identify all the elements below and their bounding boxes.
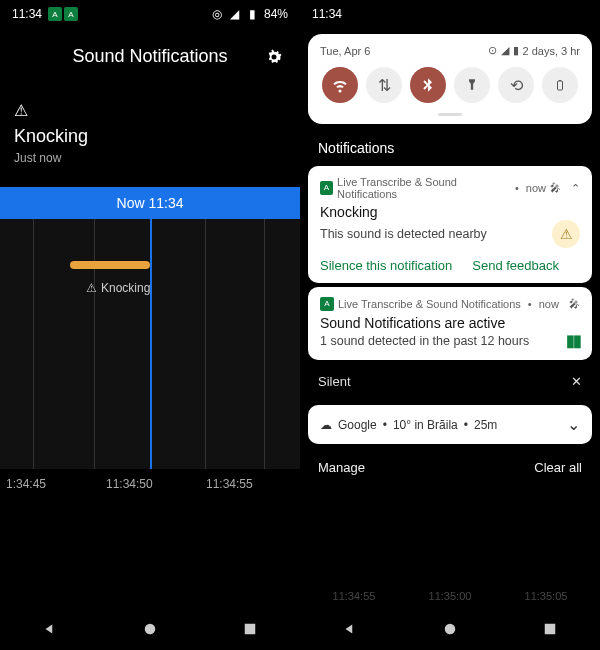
- qs-drag-handle[interactable]: [438, 113, 462, 116]
- weather-temp: 10° in Brăila: [393, 418, 458, 432]
- app-indicator-icon: A: [48, 7, 62, 21]
- notification-time: now: [526, 182, 546, 194]
- feedback-action[interactable]: Send feedback: [472, 258, 559, 273]
- qs-date: Tue, Apr 6: [320, 45, 370, 57]
- pause-button[interactable]: ▮▮: [566, 331, 580, 350]
- nav-bar: [300, 608, 600, 650]
- back-button[interactable]: [341, 620, 359, 638]
- back-button[interactable]: [41, 620, 59, 638]
- status-time: 11:34: [312, 7, 342, 21]
- app-header: Sound Notifications: [0, 28, 300, 85]
- cloud-icon: ☁: [320, 418, 332, 432]
- qs-tile-data[interactable]: ⇅: [366, 67, 402, 103]
- notification-card[interactable]: A Live Transcribe & Sound Notifications …: [308, 287, 592, 360]
- notification-app-name: Live Transcribe & Sound Notifications: [338, 298, 521, 310]
- event-title: Knocking: [14, 126, 286, 147]
- latest-event: ⚠ Knocking Just now: [0, 85, 300, 175]
- qs-tile-wifi[interactable]: [322, 67, 358, 103]
- event-subtitle: Just now: [14, 151, 286, 165]
- status-bar: 11:34: [300, 0, 600, 28]
- timeline[interactable]: ⚠ Knocking: [0, 219, 300, 469]
- settings-button[interactable]: [264, 47, 284, 67]
- silent-label: Silent: [318, 374, 351, 389]
- warning-icon: ⚠: [552, 220, 580, 248]
- notification-card[interactable]: A Live Transcribe & Sound Notifications …: [308, 166, 592, 283]
- shade-footer: Manage Clear all: [300, 450, 600, 485]
- weather-card[interactable]: ☁ Google • 10° in Brăila • 25m ⌄: [308, 405, 592, 444]
- notification-body: This sound is detected nearby ⚠: [320, 220, 580, 248]
- app-icon: A: [320, 297, 334, 311]
- quick-settings-panel[interactable]: Tue, Apr 6 ⊙ ◢ ▮ 2 days, 3 hr ⇅ ⟲: [308, 34, 592, 124]
- now-indicator[interactable]: Now 11:34: [0, 187, 300, 219]
- timeline-event-label: ⚠ Knocking: [86, 281, 150, 295]
- time-axis: 1:34:45 11:34:50 11:34:55: [0, 469, 300, 499]
- notification-title: Sound Notifications are active: [320, 315, 580, 331]
- qs-tile-bluetooth[interactable]: [410, 67, 446, 103]
- mic-icon: 🎤︎: [550, 182, 561, 195]
- silence-action[interactable]: Silence this notification: [320, 258, 452, 273]
- svg-rect-2: [558, 81, 563, 90]
- notification-header: A Live Transcribe & Sound Notifications …: [320, 176, 580, 200]
- wifi-icon: ◢: [228, 7, 242, 21]
- axis-tick: 11:34:50: [100, 477, 200, 491]
- home-button[interactable]: [441, 620, 459, 638]
- dismiss-silent-button[interactable]: ✕: [571, 374, 582, 389]
- qs-tile-flashlight[interactable]: [454, 67, 490, 103]
- battery-icon: ▮: [513, 44, 519, 57]
- notification-actions: Silence this notification Send feedback: [320, 258, 580, 273]
- separator-dot: •: [464, 418, 468, 432]
- qs-tile-battery-saver[interactable]: [542, 67, 578, 103]
- expand-icon[interactable]: ⌄: [567, 415, 580, 434]
- collapse-icon[interactable]: ⌃: [571, 182, 580, 195]
- qs-tile-rotate[interactable]: ⟲: [498, 67, 534, 103]
- grid-line: [264, 219, 265, 469]
- nav-bar: [0, 608, 300, 650]
- page-title: Sound Notifications: [72, 46, 227, 67]
- warning-icon: ⚠: [86, 281, 97, 295]
- grid-line: [94, 219, 95, 469]
- alarm-icon: ⊙: [488, 44, 497, 57]
- svg-rect-5: [545, 624, 556, 635]
- app-icon: A: [320, 181, 333, 195]
- silent-section: Silent ✕: [300, 364, 600, 399]
- vibrate-icon: ◎: [210, 7, 224, 21]
- axis-tick: 11:34:55: [200, 477, 300, 491]
- svg-point-0: [145, 624, 156, 635]
- warning-icon: ⚠: [14, 101, 286, 120]
- svg-point-4: [445, 624, 456, 635]
- axis-tick: 1:34:45: [0, 477, 100, 491]
- phone-right: 11:34 Tue, Apr 6 ⊙ ◢ ▮ 2 days, 3 hr ⇅ ⟲ …: [300, 0, 600, 650]
- notification-title: Knocking: [320, 204, 580, 220]
- clear-all-button[interactable]: Clear all: [534, 460, 582, 475]
- battery-estimate: 2 days, 3 hr: [523, 45, 580, 57]
- separator-dot: [525, 298, 535, 310]
- notification-body: 1 sound detected in the past 12 hours ▮▮: [320, 331, 580, 350]
- grid-line: [205, 219, 206, 469]
- svg-rect-3: [559, 80, 561, 81]
- notification-app-name: Live Transcribe & Sound Notifications: [337, 176, 508, 200]
- status-bar: 11:34 A A ◎ ◢ ▮ 84%: [0, 0, 300, 28]
- signal-icon: ◢: [501, 44, 509, 57]
- now-line: [150, 219, 152, 469]
- qs-tiles-row: ⇅ ⟲: [320, 57, 580, 107]
- notification-time: now: [539, 298, 559, 310]
- signal-icon: ▮: [246, 7, 260, 21]
- sound-event-bar[interactable]: [70, 261, 150, 269]
- background-time-axis: 11:34:55 11:35:00 11:35:05: [300, 590, 600, 602]
- mic-icon: 🎤︎: [569, 298, 580, 310]
- notification-header: A Live Transcribe & Sound Notifications …: [320, 297, 580, 311]
- manage-button[interactable]: Manage: [318, 460, 365, 475]
- separator-dot: [512, 182, 522, 194]
- home-button[interactable]: [141, 620, 159, 638]
- recents-button[interactable]: [241, 620, 259, 638]
- app-indicator-icon-2: A: [64, 7, 78, 21]
- svg-rect-1: [245, 624, 256, 635]
- grid-line: [33, 219, 34, 469]
- battery-text: 84%: [264, 7, 288, 21]
- notifications-section-label: Notifications: [300, 130, 600, 162]
- recents-button[interactable]: [541, 620, 559, 638]
- qs-header: Tue, Apr 6 ⊙ ◢ ▮ 2 days, 3 hr: [320, 44, 580, 57]
- weather-source: Google: [338, 418, 377, 432]
- separator-dot: •: [383, 418, 387, 432]
- weather-age: 25m: [474, 418, 497, 432]
